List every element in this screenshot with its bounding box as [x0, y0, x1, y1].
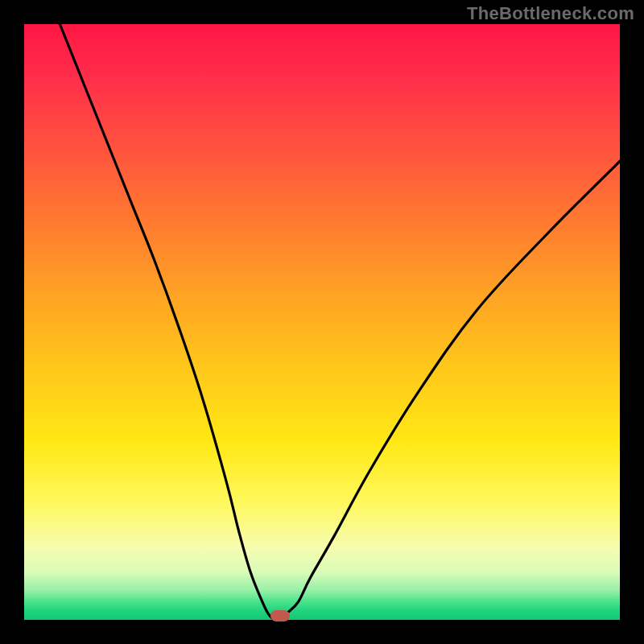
watermark-text: TheBottleneck.com: [467, 3, 634, 24]
chart-frame: TheBottleneck.com: [0, 0, 644, 644]
plot-area: [24, 24, 620, 620]
bottleneck-curve: [60, 24, 620, 620]
minimum-marker: [270, 610, 290, 621]
curve-svg: [24, 24, 620, 620]
